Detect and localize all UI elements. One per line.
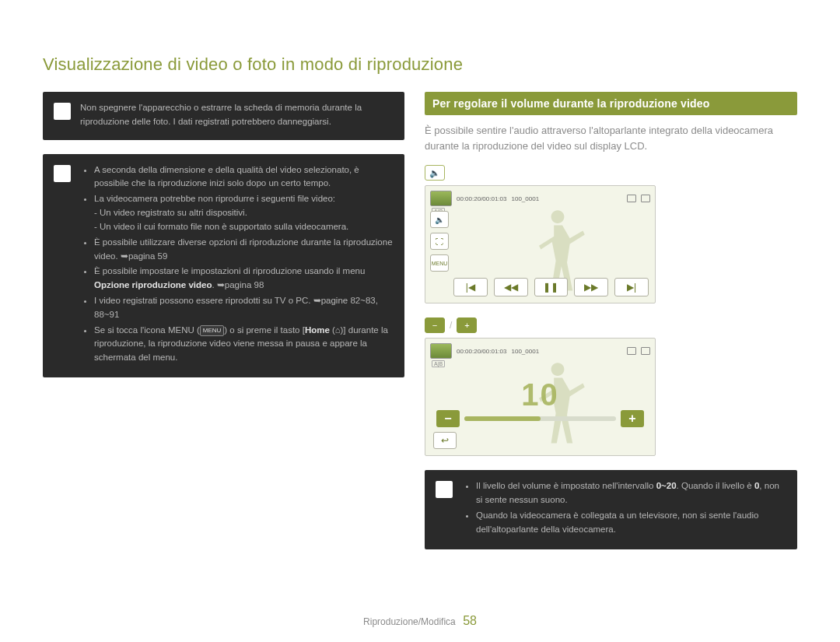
page-title: Visualizzazione di video o foto in modo …: [43, 54, 797, 75]
screen-topbar: 00:00:20/00:01:03 100_0001: [430, 343, 650, 359]
pause-button[interactable]: ❚❚: [534, 278, 569, 296]
warning-icon: [54, 103, 71, 120]
clip-name: 100_0001: [512, 348, 540, 355]
ab-repeat-icon: A|B: [432, 360, 445, 367]
step-2-glyphs: − / +: [425, 317, 477, 333]
note-item: È possibile utilizzare diverse opzioni d…: [94, 236, 394, 264]
volume-notes-box: Il livello del volume è impostato nell'i…: [425, 470, 797, 549]
step-1-glyphs: 🔈: [425, 165, 445, 181]
screen-left-icons: 🔈 ⛶ MENU: [430, 211, 449, 272]
minus-icon: −: [425, 317, 445, 333]
battery-icon: [641, 195, 650, 202]
note-icon: [436, 481, 453, 498]
note-item: I video registrati possono essere riprod…: [94, 294, 394, 322]
page-number: 58: [463, 614, 477, 627]
note-icon: [54, 165, 71, 182]
plus-icon: +: [457, 317, 477, 333]
speaker-icon: 🔈: [425, 165, 445, 181]
manual-page: Visualizzazione di video o foto in modo …: [0, 0, 840, 642]
menu-button[interactable]: MENU: [430, 254, 449, 272]
note-item: Quando la videocamera è collegata a un t…: [476, 509, 786, 537]
rewind-button[interactable]: ◀◀: [494, 278, 528, 296]
playback-time: 00:00:20/00:01:03: [457, 195, 507, 202]
clip-name: 100_0001: [512, 195, 540, 202]
two-column-layout: Non spegnere l'apparecchio o estrarre la…: [43, 92, 797, 563]
note-item: La videocamera potrebbe non riprodurre i…: [94, 192, 394, 233]
note-item: A seconda della dimensione e della quali…: [94, 163, 394, 191]
section-intro: È possibile sentire l'audio attraverso l…: [425, 123, 797, 154]
screen-topbar: 00:00:20/00:01:03 100_0001: [430, 191, 650, 206]
volume-down-button[interactable]: −: [436, 410, 460, 427]
warning-text: Non spegnere l'apparecchio o estrarre la…: [80, 101, 394, 129]
footer-section: Riproduzione/Modifica: [363, 616, 456, 627]
lcd-playback-screen: 00:00:20/00:01:03 100_0001 A|B 🔈 ⛶ MENU …: [425, 185, 656, 303]
page-footer: Riproduzione/Modifica 58: [0, 614, 840, 628]
playback-controls: |◀ ◀◀ ❚❚ ▶▶ ▶|: [453, 278, 649, 296]
thumbnail-icon: [430, 191, 452, 206]
back-button[interactable]: ↩: [433, 432, 457, 449]
notes-list: A seconda della dimensione e della quali…: [80, 163, 394, 367]
card-icon: [627, 195, 636, 202]
fast-forward-button[interactable]: ▶▶: [574, 278, 608, 296]
volume-level: 10: [521, 377, 559, 412]
note-item: È possibile impostare le impostazioni di…: [94, 265, 394, 293]
thumbnail-icon: [430, 343, 452, 359]
note-item: Se si tocca l'icona MENU (MENU) o si pre…: [94, 324, 394, 365]
right-column: Per regolare il volume durante la riprod…: [425, 92, 797, 563]
volume-notes-list: Il livello del volume è impostato nell'i…: [462, 479, 786, 538]
section-heading: Per regolare il volume durante la riprod…: [425, 92, 797, 115]
note-item: Il livello del volume è impostato nell'i…: [476, 479, 786, 507]
next-button[interactable]: ▶|: [614, 278, 649, 296]
volume-up-button[interactable]: +: [621, 410, 644, 427]
warning-box: Non spegnere l'apparecchio o estrarre la…: [43, 92, 404, 140]
notes-box: A seconda della dimensione e della quali…: [43, 154, 404, 377]
speaker-button[interactable]: 🔈: [430, 211, 449, 228]
volume-bar[interactable]: [464, 416, 616, 421]
playback-time: 00:00:20/00:01:03: [457, 348, 507, 355]
prev-button[interactable]: |◀: [453, 278, 488, 296]
expand-button[interactable]: ⛶: [430, 233, 449, 250]
left-column: Non spegnere l'apparecchio o estrarre la…: [43, 92, 404, 563]
step-1-row: 🔈: [425, 165, 797, 181]
menu-chip-icon: MENU: [200, 325, 225, 336]
step-2-row: − / +: [425, 317, 797, 333]
card-icon: [627, 347, 636, 355]
battery-icon: [641, 347, 650, 355]
lcd-volume-screen: 00:00:20/00:01:03 100_0001 A|B 10 − + ↩: [425, 338, 656, 456]
home-icon: ⌂: [335, 324, 341, 337]
